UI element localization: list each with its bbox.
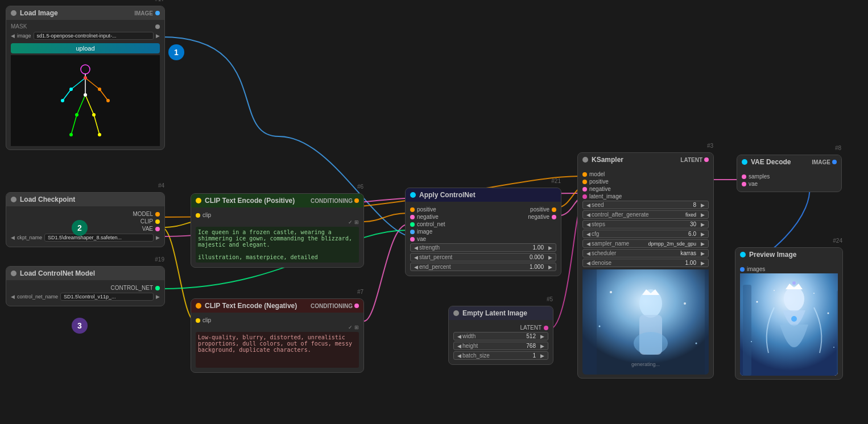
upload-button[interactable]: upload <box>11 43 160 53</box>
output-image-port[interactable] <box>155 11 160 15</box>
vae-output-port[interactable] <box>155 227 160 231</box>
apply-cn-image-port[interactable] <box>410 230 415 234</box>
node-clip-pos-header: CLIP Text Encode (Positive) CONDITIONING <box>191 194 363 207</box>
image-filename[interactable]: sd1.5-openpose-controlnet-input-... <box>34 32 154 40</box>
cn-label: control_net_name <box>17 294 58 300</box>
control-after-row: ◀ control_after_generate fixed ▶ <box>582 210 709 219</box>
cfg-val: 6.0 <box>688 231 696 237</box>
strength-right-btn[interactable]: ▶ <box>547 245 553 251</box>
cfg-label: cfg <box>592 231 685 237</box>
node-ksampler: #3 KSampler LATENT model positive negati… <box>577 152 714 379</box>
cfg-left-btn[interactable]: ◀ <box>585 231 592 237</box>
latent-output-port[interactable] <box>544 326 548 330</box>
end-label: end_percent <box>419 264 526 270</box>
batch-right-btn[interactable]: ▶ <box>539 353 545 359</box>
ksampler-model-port[interactable] <box>582 172 587 177</box>
seed-right-btn[interactable]: ▶ <box>700 202 706 208</box>
control-net-output-label: CONTROL_NET <box>111 285 153 291</box>
clip-neg-icon1[interactable]: ✓ <box>348 325 353 330</box>
arrow-cn-left[interactable]: ◀ <box>11 294 15 300</box>
clip-pos-text[interactable]: Ice queen in a frozen castle, wearing a … <box>196 227 359 263</box>
vae-decode-samples-port[interactable] <box>742 174 746 179</box>
apply-cn-neg-out-port[interactable] <box>552 215 556 219</box>
node-controlnet-body: CONTROL_NET ◀ control_net_name SD1.5\con… <box>6 280 164 306</box>
arrow-left[interactable]: ◀ <box>11 33 15 39</box>
node-empty-latent-header: Empty Latent Image <box>449 306 553 320</box>
clip-pos-icon2[interactable]: ⊞ <box>354 219 359 225</box>
ksampler-pos-label: positive <box>589 178 609 185</box>
mask-port[interactable] <box>155 24 160 29</box>
clip-output-label: CLIP <box>140 218 153 225</box>
steps-left-btn[interactable]: ◀ <box>585 222 592 227</box>
clip-pos-icon1[interactable]: ✓ <box>348 219 353 225</box>
ksampler-latent-out-port[interactable] <box>704 157 709 162</box>
svg-point-29 <box>684 302 686 305</box>
ksampler-pos-port[interactable] <box>582 180 587 184</box>
pose-skeleton <box>46 58 125 143</box>
arrow-right[interactable]: ▶ <box>156 33 160 39</box>
node-id-apply-cn: #21 <box>551 178 561 184</box>
svg-point-28 <box>610 291 612 293</box>
model-output-port[interactable] <box>155 212 160 217</box>
ksampler-latent-out-label: LATENT <box>680 157 702 163</box>
node-preview-title: Preview Image <box>749 251 796 259</box>
svg-point-44 <box>774 290 775 291</box>
ksampler-latent-port[interactable] <box>582 194 587 199</box>
arrow-ckpt-right[interactable]: ▶ <box>156 235 160 240</box>
apply-cn-pos-in-port[interactable] <box>410 207 415 212</box>
preview-images-label: images <box>747 266 765 272</box>
clip-pos-clip-label: clip <box>202 212 211 218</box>
sampler-left-btn[interactable]: ◀ <box>585 241 592 247</box>
clip-neg-text[interactable]: Low-quality, blurry, distorted, unrealis… <box>196 332 359 368</box>
apply-cn-vae-port[interactable] <box>410 237 415 242</box>
clip-neg-icon2[interactable]: ⊞ <box>354 325 359 330</box>
ksampler-neg-port[interactable] <box>582 187 587 192</box>
width-label: width <box>462 333 523 339</box>
sched-right-btn[interactable]: ▶ <box>700 251 706 256</box>
vae-decode-vae-port[interactable] <box>742 182 746 186</box>
strength-label: strength <box>419 244 530 251</box>
clip-pos-cond-port[interactable] <box>354 198 359 203</box>
end-right-btn[interactable]: ▶ <box>547 264 553 270</box>
output-image-label: IMAGE <box>134 10 153 16</box>
seed-val: 8 <box>693 202 696 208</box>
svg-point-34 <box>784 286 804 311</box>
batch-left-btn[interactable]: ◀ <box>456 353 462 359</box>
steps-right-btn[interactable]: ▶ <box>700 222 706 227</box>
clip-pos-clip-port[interactable] <box>196 213 200 218</box>
start-right-btn[interactable]: ▶ <box>547 255 553 260</box>
clip-neg-cond-port[interactable] <box>354 304 359 308</box>
vae-decode-status-dot <box>742 159 747 165</box>
width-left-btn[interactable]: ◀ <box>456 334 462 339</box>
ckpt-name-row: ◀ ckpt_name SD1.5\dreamshaper_8.safeten.… <box>11 234 160 242</box>
denoise-right-btn[interactable]: ▶ <box>700 260 706 266</box>
arrow-ckpt-left[interactable]: ◀ <box>11 235 15 240</box>
height-left-btn[interactable]: ◀ <box>456 343 462 349</box>
vae-decode-image-port[interactable] <box>832 160 837 164</box>
svg-rect-26 <box>582 269 597 375</box>
seed-left-btn[interactable]: ◀ <box>585 202 592 208</box>
cag-left-btn[interactable]: ◀ <box>585 212 592 218</box>
ckpt-filename[interactable]: SD1.5\dreamshaper_8.safeten... <box>44 234 154 242</box>
node-clip-negative: #7 CLIP Text Encode (Negative) CONDITION… <box>191 298 364 373</box>
cag-right-btn[interactable]: ▶ <box>700 212 706 218</box>
end-left-btn[interactable]: ◀ <box>413 264 419 270</box>
cn-filename[interactable]: SD1.5\control_v11p_... <box>60 293 154 301</box>
clip-neg-clip-port[interactable] <box>196 318 200 323</box>
node-load-image: #17 Load Image IMAGE MASK ◀ image sd1.5-… <box>6 6 165 150</box>
clip-output-port[interactable] <box>155 219 160 224</box>
arrow-cn-right[interactable]: ▶ <box>156 294 160 300</box>
sampler-right-btn[interactable]: ▶ <box>700 241 706 247</box>
strength-left-btn[interactable]: ◀ <box>413 245 419 251</box>
height-right-btn[interactable]: ▶ <box>539 343 545 349</box>
apply-cn-cn-port[interactable] <box>410 222 415 227</box>
preview-images-port[interactable] <box>740 267 745 272</box>
start-left-btn[interactable]: ◀ <box>413 255 419 260</box>
denoise-left-btn[interactable]: ◀ <box>585 260 592 266</box>
cfg-right-btn[interactable]: ▶ <box>700 231 706 237</box>
sched-left-btn[interactable]: ◀ <box>585 251 592 256</box>
control-net-output-port[interactable] <box>155 286 160 290</box>
apply-cn-neg-in-port[interactable] <box>410 215 415 219</box>
width-right-btn[interactable]: ▶ <box>539 334 545 339</box>
apply-cn-pos-out-port[interactable] <box>552 207 556 212</box>
